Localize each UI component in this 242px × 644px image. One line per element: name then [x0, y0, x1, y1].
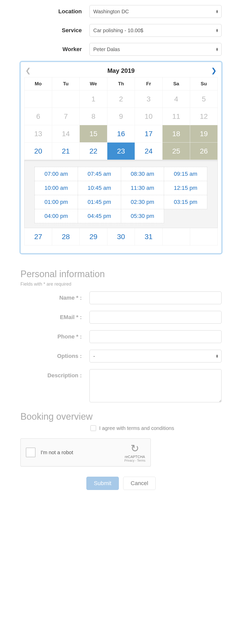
agree-label: I agree with terms and conditions — [99, 425, 174, 431]
calendar-day[interactable]: 20 — [25, 143, 52, 160]
calendar-dow: Th — [107, 77, 135, 90]
calendar-day: 7 — [52, 108, 80, 125]
email-label: EMail * : — [20, 311, 89, 321]
recaptcha-checkbox[interactable] — [26, 448, 36, 457]
calendar-day: 10 — [135, 108, 163, 125]
time-slot[interactable]: 05:30 pm — [121, 209, 164, 223]
time-slot[interactable]: 03:15 pm — [164, 195, 207, 209]
calendar-day[interactable]: 28 — [52, 228, 80, 245]
calendar-day: 4 — [163, 90, 190, 108]
calendar-day: 8 — [80, 108, 107, 125]
agree-checkbox[interactable] — [90, 425, 96, 431]
description-label: Description : — [20, 369, 89, 379]
calendar-day[interactable]: 27 — [25, 228, 52, 245]
calendar-dow: We — [80, 77, 107, 90]
cancel-button[interactable]: Cancel — [123, 477, 155, 490]
service-select[interactable]: Car polishing - 10.00$ — [89, 24, 222, 37]
phone-input[interactable] — [89, 330, 222, 343]
options-select[interactable]: - — [89, 350, 222, 362]
calendar-day: 12 — [190, 108, 218, 125]
calendar-day[interactable]: 29 — [80, 228, 107, 245]
calendar-day: 5 — [190, 90, 218, 108]
calendar-dow: Sa — [163, 77, 190, 90]
time-slot[interactable]: 01:00 pm — [34, 195, 78, 209]
calendar-dow: Fr — [135, 77, 163, 90]
time-slot[interactable]: 07:45 am — [78, 167, 121, 181]
time-slots-box: 07:00 am07:45 am08:30 am09:15 am10:00 am… — [25, 160, 217, 228]
calendar-dow: Su — [190, 77, 218, 90]
location-select[interactable]: Washington DC — [89, 5, 222, 18]
time-slot[interactable]: 07:00 am — [34, 167, 78, 181]
calendar-day[interactable]: 31 — [135, 228, 163, 245]
time-slot[interactable]: 01:45 pm — [78, 195, 121, 209]
name-label: Name * : — [20, 291, 89, 301]
options-label: Options : — [20, 350, 89, 359]
recaptcha-widget: I'm not a robot ↻ reCAPTCHA Privacy - Te… — [20, 438, 151, 466]
calendar-day: 26 — [190, 143, 218, 160]
calendar-day — [52, 90, 80, 108]
recaptcha-text: I'm not a robot — [41, 450, 124, 455]
email-input[interactable] — [89, 311, 222, 324]
required-hint: Fields with * are required — [20, 282, 222, 287]
calendar-day: 1 — [80, 90, 107, 108]
calendar-day — [25, 90, 52, 108]
time-slot[interactable]: 04:45 pm — [78, 209, 121, 223]
calendar-day[interactable]: 23 — [107, 143, 135, 160]
calendar-day[interactable]: 17 — [135, 125, 163, 143]
calendar-day[interactable]: 22 — [80, 143, 107, 160]
description-input[interactable] — [89, 369, 222, 402]
calendar-next-icon[interactable]: ❯ — [211, 67, 217, 75]
submit-button[interactable]: Submit — [86, 477, 119, 490]
calendar-day[interactable]: 24 — [135, 143, 163, 160]
phone-label: Phone * : — [20, 330, 89, 340]
calendar-prev-icon[interactable]: ❮ — [25, 67, 31, 75]
name-input[interactable] — [89, 291, 222, 304]
calendar-day[interactable]: 16 — [107, 125, 135, 143]
time-slot[interactable]: 08:30 am — [121, 167, 164, 181]
time-slot[interactable]: 10:00 am — [34, 181, 78, 195]
recaptcha-links[interactable]: Privacy - Terms — [124, 459, 145, 462]
calendar-day: 14 — [52, 125, 80, 143]
overview-heading: Booking overview — [20, 411, 222, 422]
worker-label: Worker — [20, 46, 89, 53]
calendar-title: May 2019 — [107, 67, 135, 74]
worker-select[interactable]: Peter Dalas — [89, 43, 222, 56]
calendar-day[interactable]: 30 — [107, 228, 135, 245]
calendar-day: 3 — [135, 90, 163, 108]
calendar-dow: Mo — [25, 77, 52, 90]
recaptcha-brand: reCAPTCHA — [124, 455, 145, 459]
calendar-day: 18 — [163, 125, 190, 143]
recaptcha-icon: ↻ — [124, 442, 145, 454]
calendar-panel: ❮ May 2019 ❯ MoTuWeThFrSaSu 123456789101… — [20, 62, 222, 253]
calendar-day — [190, 228, 218, 245]
time-slot[interactable]: 04:00 pm — [34, 209, 78, 223]
calendar-day[interactable]: 21 — [52, 143, 80, 160]
personal-heading: Personal information — [20, 269, 222, 279]
calendar-day: 2 — [107, 90, 135, 108]
time-slot[interactable]: 11:30 am — [121, 181, 164, 195]
time-slot[interactable]: 09:15 am — [164, 167, 207, 181]
calendar-day — [163, 228, 190, 245]
calendar-day: 15 — [80, 125, 107, 143]
calendar-day: 6 — [25, 108, 52, 125]
calendar-day: 9 — [107, 108, 135, 125]
calendar-day: 25 — [163, 143, 190, 160]
calendar-day: 19 — [190, 125, 218, 143]
calendar-day: 11 — [163, 108, 190, 125]
calendar-dow: Tu — [52, 77, 80, 90]
service-label: Service — [20, 27, 89, 34]
time-slot[interactable]: 02:30 pm — [121, 195, 164, 209]
calendar-day: 13 — [25, 125, 52, 143]
time-slot[interactable]: 10:45 am — [78, 181, 121, 195]
location-label: Location — [20, 8, 89, 15]
time-slot[interactable]: 12:15 pm — [164, 181, 207, 195]
calendar-table: MoTuWeThFrSaSu 1234567891011121314151617… — [24, 77, 218, 245]
